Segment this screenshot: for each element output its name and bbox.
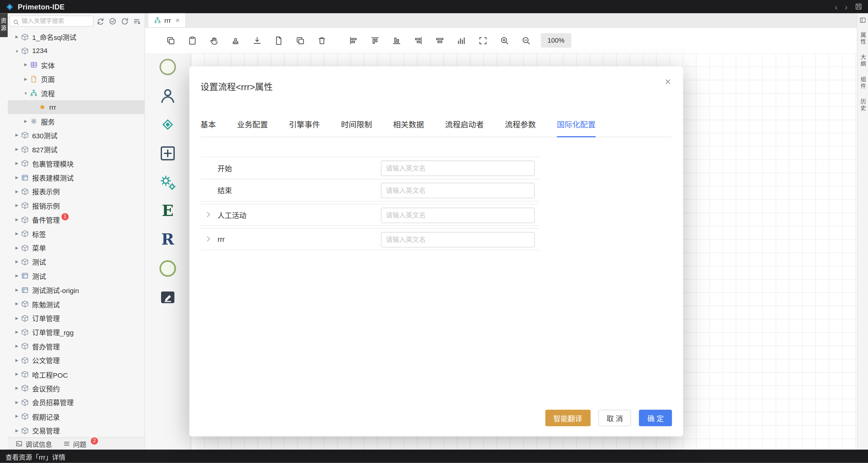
expand-arrow-icon[interactable]: ▶ — [13, 302, 21, 306]
collapse-arrow-icon[interactable]: ▼ — [13, 49, 21, 53]
tree-item[interactable]: ▶页面 — [8, 72, 144, 86]
sync-icon[interactable] — [96, 17, 104, 25]
duplicate-icon[interactable] — [296, 36, 305, 45]
tree-item[interactable]: ▶报表建模测试 — [8, 171, 144, 185]
tree-item[interactable]: ▶包裹管理模块 — [8, 157, 144, 171]
zoom-level-select[interactable]: 100% — [541, 33, 571, 48]
align-right-icon[interactable] — [413, 36, 423, 45]
tree-item[interactable]: ▼1234 — [8, 44, 144, 58]
dialog-tab[interactable]: 引擎事件 — [289, 119, 320, 129]
expand-arrow-icon[interactable]: ▶ — [13, 358, 21, 363]
dialog-tab[interactable]: 流程启动者 — [445, 119, 484, 129]
expand-arrow-icon[interactable]: ▶ — [13, 259, 21, 264]
expand-arrow-icon[interactable]: ▶ — [22, 77, 30, 81]
download-icon[interactable] — [252, 36, 262, 45]
tree-item[interactable]: ▶订单管理_rgg — [8, 325, 144, 339]
search-input[interactable] — [22, 18, 90, 24]
tree-item[interactable]: ▶订单管理 — [8, 311, 144, 325]
expand-arrow-icon[interactable]: ▶ — [13, 133, 21, 138]
tree-item[interactable]: ▶菜单 — [8, 241, 144, 255]
dialog-tab-active[interactable]: 国际化配置 — [557, 119, 596, 129]
expand-arrow-icon[interactable]: ▶ — [13, 175, 21, 180]
expand-arrow-icon[interactable]: ▶ — [13, 232, 21, 236]
tree-item[interactable]: ▶督办管理 — [8, 339, 144, 353]
collapse-arrow-icon[interactable]: ▼ — [22, 91, 30, 95]
tree-item[interactable]: ▶备件管理1 — [8, 213, 144, 227]
tree-item[interactable]: ▶会议预约 — [8, 381, 144, 395]
tree-item[interactable]: ▶630测试 — [8, 128, 144, 142]
tree-item[interactable]: ▶哈工程POC — [8, 367, 144, 381]
palette-start-circle-icon[interactable] — [158, 58, 177, 76]
expand-arrow-icon[interactable]: ▶ — [13, 372, 21, 377]
tree-item[interactable]: ▶交易管理 — [8, 423, 144, 437]
expand-arrow-icon[interactable]: ▶ — [13, 217, 21, 222]
palette-end-circle-icon[interactable] — [158, 259, 177, 278]
cancel-button[interactable]: 取 消 — [598, 410, 631, 427]
tree-item[interactable]: ▶测试 — [8, 269, 144, 283]
expand-arrow-icon[interactable]: ▶ — [13, 204, 21, 208]
stamp-icon[interactable] — [231, 36, 240, 45]
dialog-tab[interactable]: 相关数据 — [393, 119, 424, 129]
tree-item[interactable]: ▼流程 — [8, 86, 144, 100]
expand-arrow-icon[interactable]: ▶ — [13, 274, 21, 278]
smart-translate-button[interactable]: 智能翻译 — [545, 410, 591, 427]
expand-arrow-icon[interactable]: ▶ — [13, 428, 21, 433]
expand-arrow-icon[interactable]: ▶ — [13, 316, 21, 320]
tree-item[interactable]: rrr — [8, 100, 144, 114]
editor-tab-rrr[interactable]: rrr × — [148, 13, 186, 27]
expand-arrow-icon[interactable]: ▶ — [13, 400, 21, 405]
expand-arrow-icon[interactable]: ▶ — [22, 119, 30, 124]
tree-item[interactable]: ▶827测试 — [8, 142, 144, 156]
tab-close-icon[interactable]: × — [176, 17, 180, 24]
palette-diamond-icon[interactable] — [158, 115, 177, 134]
right-rail-tab[interactable]: 历史 — [859, 99, 867, 112]
save-icon[interactable] — [855, 3, 862, 10]
palette-letter-r[interactable]: R — [158, 230, 177, 249]
english-name-input[interactable] — [381, 160, 535, 176]
dialog-tab[interactable]: 流程参数 — [505, 119, 536, 129]
row-expand-icon[interactable] — [205, 212, 210, 217]
right-rail-tab[interactable]: 组件 — [859, 76, 867, 90]
english-name-input[interactable] — [381, 183, 535, 198]
expand-arrow-icon[interactable]: ▶ — [13, 414, 21, 419]
right-rail-tab[interactable]: 属性 — [859, 32, 867, 45]
expand-arrow-icon[interactable]: ▶ — [13, 161, 21, 166]
expand-arrow-icon[interactable]: ▶ — [13, 330, 21, 335]
nav-forward-icon[interactable]: › — [845, 2, 847, 11]
file-icon[interactable] — [274, 36, 283, 45]
palette-gears-icon[interactable] — [158, 173, 177, 192]
palette-letter-e[interactable]: E — [158, 202, 177, 220]
trash-icon[interactable] — [317, 36, 327, 45]
tree-item[interactable]: ▶假期记录 — [8, 409, 144, 423]
expand-arrow-icon[interactable]: ▶ — [13, 35, 21, 39]
dialog-tab[interactable]: 基本 — [200, 119, 216, 129]
dialog-tab[interactable]: 时间限制 — [341, 119, 372, 129]
right-rail-tab[interactable]: 大纲 — [859, 54, 867, 68]
search-box[interactable] — [9, 16, 93, 27]
ok-button[interactable]: 确 定 — [639, 410, 672, 427]
align-top-icon[interactable] — [370, 36, 380, 45]
close-icon[interactable]: × — [665, 76, 671, 87]
tree-item[interactable]: ▶服务 — [8, 114, 144, 128]
expand-arrow-icon[interactable]: ▶ — [13, 344, 21, 348]
tree-item[interactable]: ▶1_命名sql测试 — [8, 30, 144, 44]
expand-arrow-icon[interactable]: ▶ — [13, 147, 21, 152]
tree-item[interactable]: ▶公文管理 — [8, 353, 144, 367]
expand-arrow-icon[interactable]: ▶ — [13, 246, 21, 250]
align-left-icon[interactable] — [349, 36, 358, 45]
check-icon[interactable] — [108, 17, 117, 25]
dialog-tab[interactable]: 业务配置 — [237, 119, 268, 129]
tree-item[interactable]: ▶测试 — [8, 255, 144, 269]
align-center-icon[interactable] — [435, 36, 445, 45]
palette-note-icon[interactable] — [158, 288, 177, 307]
tree-item[interactable]: ▶实体 — [8, 58, 144, 72]
tree-item[interactable]: ▶标签 — [8, 227, 144, 241]
palette-person-icon[interactable] — [158, 87, 177, 105]
fit-icon[interactable] — [478, 36, 488, 45]
zoom-in-icon[interactable] — [500, 36, 509, 45]
panel-toggle-icon[interactable] — [859, 16, 866, 24]
tree-item[interactable]: ▶测试测试-origin — [8, 283, 144, 297]
nav-back-icon[interactable]: ‹ — [835, 2, 838, 11]
expand-arrow-icon[interactable]: ▶ — [13, 288, 21, 292]
align-bottom-icon[interactable] — [392, 36, 401, 45]
